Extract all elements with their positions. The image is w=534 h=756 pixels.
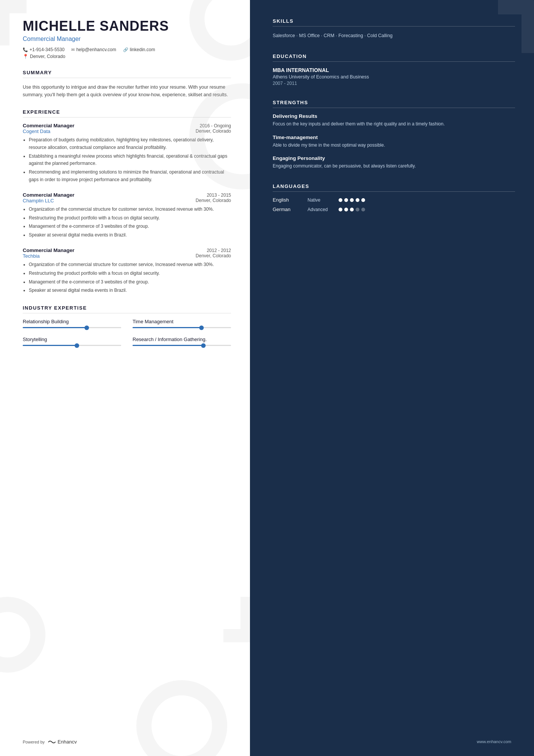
lang-dot-0-2 bbox=[350, 198, 354, 202]
progress-fill-0 bbox=[23, 327, 87, 328]
bullet-2-1: Organization of the commercial structure… bbox=[29, 206, 231, 213]
right-footer: www.enhancv.com bbox=[477, 738, 511, 745]
expertise-title: INDUSTRY EXPERTISE bbox=[23, 305, 231, 313]
strength-desc-1: Able to divide my time in the most optim… bbox=[273, 142, 515, 149]
progress-dot-3 bbox=[201, 343, 206, 348]
progress-track-3 bbox=[133, 345, 231, 346]
lang-dot-0-3 bbox=[356, 198, 359, 202]
strength-item-2: Engaging Personality Engaging communicat… bbox=[273, 155, 515, 170]
exp-entry-3: Commercial Manager 2012 - 2012 Techbia D… bbox=[23, 247, 231, 294]
exp-header-1: Commercial Manager 2016 - Ongoing bbox=[23, 123, 231, 128]
strength-desc-2: Engaging communicator, can be persuasive… bbox=[273, 163, 515, 170]
exp-entry-1: Commercial Manager 2016 - Ongoing Cogent… bbox=[23, 123, 231, 184]
strengths-section: STRENGTHS Delivering Results Focus on th… bbox=[273, 100, 515, 170]
education-title: EDUCATION bbox=[273, 53, 515, 62]
progress-dot-2 bbox=[75, 343, 79, 348]
lang-name-0: English bbox=[273, 197, 303, 203]
exp-company-row-2: Champlin LLC Denver, Colorado bbox=[23, 198, 231, 203]
expertise-item-3: Research / Information Gathering. bbox=[133, 337, 231, 346]
exp-entry-2: Commercial Manager 2013 - 2015 Champlin … bbox=[23, 192, 231, 239]
lang-dot-0-1 bbox=[344, 198, 348, 202]
edu-school: Athens University of Economics and Busin… bbox=[273, 74, 515, 80]
watermark-bracket-br bbox=[223, 597, 250, 642]
exp-company-2: Champlin LLC bbox=[23, 198, 54, 203]
bullet-3-2: Restructuring the product portfolio with… bbox=[29, 270, 231, 277]
lang-dot-0-0 bbox=[339, 198, 342, 202]
bullet-2-4: Speaker at several digital media events … bbox=[29, 232, 231, 239]
expertise-label-3: Research / Information Gathering. bbox=[133, 337, 231, 342]
website-text: www.enhancv.com bbox=[477, 739, 511, 744]
strength-desc-0: Focus on the key inputs and deliver them… bbox=[273, 121, 515, 128]
location-row: 📍 Denver, Colorado bbox=[23, 54, 231, 59]
lang-dot-1-2 bbox=[350, 208, 354, 211]
lang-dot-1-0 bbox=[339, 208, 342, 211]
candidate-name: MICHELLE SANDERS bbox=[23, 18, 231, 34]
lang-dots-1 bbox=[339, 208, 365, 211]
exp-dates-1: 2016 - Ongoing bbox=[200, 123, 231, 128]
lang-row-0: English Native bbox=[273, 197, 515, 203]
location-icon: 📍 bbox=[23, 54, 28, 59]
email-contact: ✉ help@enhancv.com bbox=[71, 47, 116, 52]
lang-name-1: German bbox=[273, 207, 303, 212]
phone-icon: 📞 bbox=[23, 47, 28, 52]
exp-location-1: Denver, Colorado bbox=[196, 128, 231, 134]
bullet-3-3: Management of the e-commerce of 3 websit… bbox=[29, 279, 231, 286]
lang-level-0: Native bbox=[308, 197, 334, 203]
expertise-label-0: Relationship Building bbox=[23, 319, 121, 324]
education-section: EDUCATION MBA INTERNATIONAL Athens Unive… bbox=[273, 53, 515, 86]
job-title: Commercial Manager bbox=[23, 36, 231, 42]
phone-number: +1-914-345-5530 bbox=[30, 47, 64, 52]
exp-header-2: Commercial Manager 2013 - 2015 bbox=[23, 192, 231, 198]
exp-bullets-2: Organization of the commercial structure… bbox=[23, 206, 231, 239]
exp-company-1: Cogent Data bbox=[23, 128, 50, 134]
expertise-label-1: Time Management bbox=[133, 319, 231, 324]
exp-bullets-3: Organization of the commercial structure… bbox=[23, 261, 231, 294]
exp-company-row-1: Cogent Data Denver, Colorado bbox=[23, 128, 231, 134]
strength-item-0: Delivering Results Focus on the key inpu… bbox=[273, 113, 515, 128]
bullet-1-3: Recommending and implementing solutions … bbox=[29, 169, 231, 184]
exp-role-3: Commercial Manager bbox=[23, 247, 75, 253]
exp-bullets-1: Preparation of budgets during mobilizati… bbox=[23, 136, 231, 184]
progress-track-2 bbox=[23, 345, 121, 346]
location-text: Denver, Colorado bbox=[30, 54, 65, 59]
edu-years: 2007 - 2011 bbox=[273, 81, 515, 86]
strength-title-2: Engaging Personality bbox=[273, 155, 515, 161]
strength-item-1: Time-management Able to divide my time i… bbox=[273, 135, 515, 149]
lang-dot-1-3 bbox=[356, 208, 359, 211]
exp-company-row-3: Techbia Denver, Colorado bbox=[23, 253, 231, 259]
exp-company-3: Techbia bbox=[23, 253, 40, 259]
exp-location-2: Denver, Colorado bbox=[196, 198, 231, 203]
expertise-item-1: Time Management bbox=[133, 319, 231, 328]
lang-level-1: Advanced bbox=[308, 207, 334, 212]
expertise-item-0: Relationship Building bbox=[23, 319, 121, 328]
progress-track-0 bbox=[23, 327, 121, 328]
expertise-item-2: Storytelling bbox=[23, 337, 121, 346]
bullet-2-3: Management of the e-commerce of 3 websit… bbox=[29, 223, 231, 230]
skills-text: Salesforce · MS Office · CRM · Forecasti… bbox=[273, 32, 515, 40]
progress-dot-1 bbox=[199, 326, 204, 330]
bullet-1-2: Establishing a meaningful review process… bbox=[29, 153, 231, 168]
strengths-title: STRENGTHS bbox=[273, 100, 515, 108]
strength-title-1: Time-management bbox=[273, 135, 515, 140]
lang-dots-0 bbox=[339, 198, 365, 202]
linkedin-contact: 🔗 linkedin.com bbox=[123, 47, 155, 52]
languages-title: LANGUAGES bbox=[273, 183, 515, 192]
lang-dot-0-4 bbox=[361, 198, 365, 202]
skills-section: SKILLS Salesforce · MS Office · CRM · Fo… bbox=[273, 18, 515, 40]
exp-location-3: Denver, Colorado bbox=[196, 253, 231, 259]
enhancv-logo: Enhancv bbox=[48, 739, 77, 745]
edu-degree: MBA INTERNATIONAL bbox=[273, 67, 515, 73]
email-icon: ✉ bbox=[71, 47, 75, 52]
lang-dot-1-1 bbox=[344, 208, 348, 211]
summary-title: SUMMARY bbox=[23, 70, 231, 78]
languages-section: LANGUAGES English Native German Advanced bbox=[273, 183, 515, 212]
footer-powered-by: Powered by Enhancv bbox=[23, 739, 77, 745]
expertise-section: INDUSTRY EXPERTISE Relationship Building… bbox=[23, 305, 231, 346]
exp-role-1: Commercial Manager bbox=[23, 123, 75, 128]
exp-dates-3: 2012 - 2012 bbox=[207, 248, 231, 253]
watermark-circle-4 bbox=[136, 680, 227, 756]
logo-icon bbox=[48, 739, 56, 745]
lang-dot-1-4 bbox=[361, 208, 365, 211]
progress-dot-0 bbox=[84, 326, 89, 330]
powered-by-text: Powered by bbox=[23, 740, 45, 744]
